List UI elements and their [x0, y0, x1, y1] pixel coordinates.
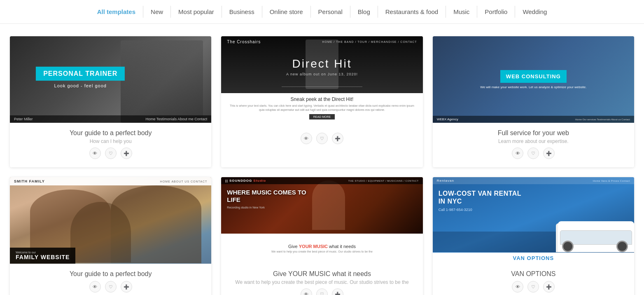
- card-action-2-family-website[interactable]: ➕: [121, 281, 132, 293]
- card-action-0-van-rental[interactable]: 👁: [512, 281, 523, 293]
- card-action-0[interactable]: 👁: [301, 133, 312, 144]
- template-card-personal-trainer[interactable]: PERSONAL TRAINER Look good - feel good P…: [10, 36, 211, 167]
- card-info-family-website: Your guide to a perfect body 👁♡➕: [10, 264, 211, 295]
- card-title-sounddog-studio: Give YOUR MUSIC what it needs: [226, 270, 418, 278]
- card-action-1-sounddog-studio[interactable]: ♡: [316, 288, 328, 295]
- card-subtitle-web-consulting: Learn more about our expertise.: [438, 138, 629, 144]
- nav-item-personal[interactable]: Personal: [311, 6, 350, 18]
- nav-item-music[interactable]: Music: [446, 6, 477, 18]
- template-card-web-consulting[interactable]: WEB CONSULTING We will make your website…: [433, 36, 634, 167]
- template-card-sounddog-studio[interactable]: || SOUNDDOG Studio THE STUDIO / EQUIPMEN…: [221, 177, 422, 295]
- nav-item-business[interactable]: Business: [222, 6, 262, 18]
- template-card-van-rental[interactable]: Rentavan Home Vans & Prices Contact LOW-…: [433, 177, 634, 295]
- template-bottom-bar: Peter Miller Home Testimonials About me …: [10, 115, 211, 123]
- card-action-2-sounddog-studio[interactable]: ➕: [332, 288, 343, 295]
- card-action-1-van-rental[interactable]: ♡: [527, 281, 539, 293]
- card-info-van-rental: VAN OPTIONS 👁♡➕: [433, 264, 634, 295]
- nav-item-most-popular[interactable]: Most popular: [171, 6, 222, 18]
- card-info-web-consulting: Full service for your web Learn more abo…: [433, 123, 634, 167]
- template-tagline: Look good - feel good: [36, 83, 125, 88]
- card-action-0-web-consulting[interactable]: 👁: [512, 148, 523, 159]
- nav-item-new[interactable]: New: [143, 6, 171, 18]
- card-preview-van-rental: Rentavan Home Vans & Prices Contact LOW-…: [433, 177, 634, 264]
- card-subtitle-personal-trainer: How can I help you: [15, 138, 206, 144]
- card-title-personal-trainer: Your guide to a perfect body: [15, 129, 206, 137]
- card-preview-web-consulting: WEB CONSULTING We will make your website…: [433, 36, 634, 123]
- card-title-web-consulting: Full service for your web: [438, 129, 629, 137]
- card-action-1-web-consulting[interactable]: ♡: [527, 148, 539, 159]
- card-action-1-family-website[interactable]: ♡: [105, 281, 117, 293]
- card-preview-family-website: SMITH FAMILY HOME ABOUT US CONTACT Welco…: [10, 177, 211, 264]
- card-preview-sounddog-studio: || SOUNDDOG Studio THE STUDIO / EQUIPMEN…: [221, 177, 422, 264]
- card-action-2-web-consulting[interactable]: ➕: [543, 148, 555, 159]
- card-info-sounddog-studio: Give YOUR MUSIC what it needs We want to…: [221, 264, 422, 295]
- template-card-family-website[interactable]: SMITH FAMILY HOME ABOUT US CONTACT Welco…: [10, 177, 211, 295]
- nav-item-online-store[interactable]: Online store: [262, 6, 311, 18]
- nav-item-blog[interactable]: Blog: [350, 6, 378, 18]
- card-action-0-sounddog-studio[interactable]: 👁: [301, 288, 312, 295]
- card-info-direct-hit: 👁♡➕: [221, 123, 422, 152]
- nav-item-wedding[interactable]: Wedding: [515, 6, 554, 18]
- card-action-0-personal-trainer[interactable]: 👁: [89, 148, 101, 159]
- card-action-2[interactable]: ➕: [332, 133, 343, 144]
- card-info-personal-trainer: Your guide to a perfect body How can I h…: [10, 123, 211, 167]
- card-action-2-van-rental[interactable]: ➕: [543, 281, 555, 293]
- card-action-0-family-website[interactable]: 👁: [89, 281, 101, 293]
- card-action-1-personal-trainer[interactable]: ♡: [105, 148, 117, 159]
- nav-item-restaurants-food[interactable]: Restaurants & food: [378, 6, 446, 18]
- template-badge: PERSONAL TRAINER: [36, 67, 125, 81]
- card-action-2-personal-trainer[interactable]: ➕: [121, 148, 132, 159]
- card-preview-direct-hit: The Crosshairs HOME / THE BAND / TOUR / …: [221, 36, 422, 123]
- template-card-direct-hit[interactable]: The Crosshairs HOME / THE BAND / TOUR / …: [221, 36, 422, 167]
- card-subtitle-sounddog-studio: We want to help you create the best piec…: [226, 279, 418, 285]
- nav-item-all-templates[interactable]: All templates: [90, 6, 143, 18]
- templates-grid: PERSONAL TRAINER Look good - feel good P…: [0, 24, 644, 295]
- card-preview-personal-trainer: PERSONAL TRAINER Look good - feel good P…: [10, 36, 211, 123]
- card-title-van-rental: VAN OPTIONS: [438, 270, 629, 278]
- nav-item-portfolio[interactable]: Portfolio: [477, 6, 515, 18]
- card-action-1[interactable]: ♡: [316, 133, 328, 144]
- category-nav: All templatesNewMost popularBusinessOnli…: [0, 0, 644, 24]
- card-title-family-website: Your guide to a perfect body: [15, 270, 206, 278]
